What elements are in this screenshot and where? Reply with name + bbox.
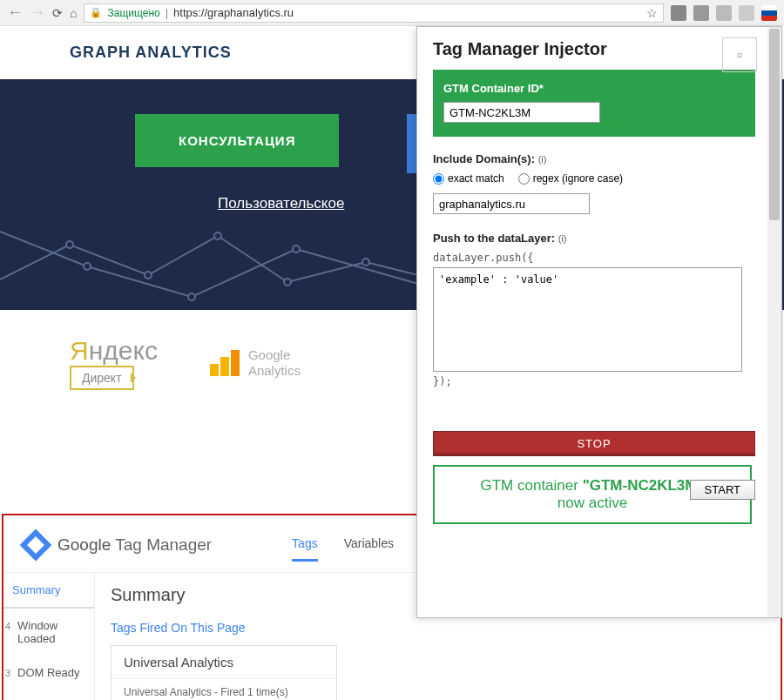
container-id-input[interactable] bbox=[443, 102, 600, 123]
url-separator: | bbox=[166, 6, 168, 19]
radio-regex-input[interactable] bbox=[518, 173, 530, 185]
event-number: 4 bbox=[5, 621, 10, 631]
extension-icon-flag[interactable] bbox=[761, 5, 777, 21]
broken-image-icon: ▫ bbox=[722, 37, 757, 72]
info-icon[interactable]: (i) bbox=[558, 233, 567, 244]
yandex-ya: Я bbox=[70, 336, 89, 365]
tab-variables[interactable]: Variables bbox=[344, 528, 394, 562]
popup-content: Tag Manager Injector ▫ GTM Container ID*… bbox=[417, 27, 781, 536]
yandex-direct-logo: Яндекс Директ bbox=[70, 336, 158, 390]
popup-title: Tag Manager Injector bbox=[433, 39, 755, 59]
bookmark-star-icon[interactable]: ☆ bbox=[646, 6, 658, 20]
event-number: 3 bbox=[5, 668, 10, 678]
gtm-tabs: Tags Variables bbox=[292, 528, 394, 562]
gtm-subheading: Tags Fired On This Page bbox=[111, 621, 765, 635]
url-text: https://graphanalytics.ru bbox=[173, 6, 294, 19]
extension-icon[interactable] bbox=[716, 5, 732, 21]
push-post: }); bbox=[433, 375, 755, 387]
ga-text-top: Google bbox=[248, 347, 301, 363]
stop-button[interactable]: STOP bbox=[433, 431, 755, 456]
ga-text-bottom: Analytics bbox=[248, 363, 301, 379]
datalayer-textarea[interactable] bbox=[433, 267, 742, 372]
yandex-rest: ндекс bbox=[89, 336, 158, 365]
forward-button: → bbox=[30, 3, 45, 22]
radio-exact-match[interactable]: exact match bbox=[433, 172, 504, 185]
svg-point-4 bbox=[362, 259, 369, 266]
gtm-sidebar[interactable]: Summary 4 Window Loaded 3 DOM Ready bbox=[3, 573, 95, 700]
container-id-section: GTM Container ID* bbox=[433, 70, 755, 137]
radio-exact-input[interactable] bbox=[433, 173, 444, 185]
svg-point-2 bbox=[214, 232, 221, 239]
reload-button[interactable]: ⟳ bbox=[52, 6, 63, 20]
address-bar[interactable]: 🔒 Защищено | https://graphanalytics.ru ☆ bbox=[84, 3, 664, 23]
sidebar-item-summary[interactable]: Summary bbox=[3, 573, 94, 609]
radio-regex[interactable]: regex (ignore case) bbox=[518, 172, 623, 185]
lock-icon: 🔒 bbox=[90, 7, 102, 18]
domain-input[interactable] bbox=[433, 193, 590, 214]
consultation-button[interactable]: КОНСУЛЬТАЦИЯ bbox=[135, 114, 339, 167]
home-button[interactable]: ⌂ bbox=[70, 6, 77, 20]
push-datalayer-label: Push to the dataLayer: (i) bbox=[433, 232, 755, 245]
svg-point-3 bbox=[284, 279, 291, 286]
ga-bars-icon bbox=[210, 350, 240, 376]
secure-label: Защищено bbox=[107, 7, 159, 19]
tag-card-body: Universal Analytics - Fired 1 time(s) bbox=[112, 679, 336, 700]
start-button[interactable]: START bbox=[690, 480, 755, 500]
svg-point-1 bbox=[145, 272, 152, 279]
push-pre: dataLayer.push({ bbox=[433, 252, 755, 264]
popup-scrollbar-thumb[interactable] bbox=[769, 29, 780, 220]
yandex-direct-badge: Директ bbox=[70, 366, 134, 390]
sidebar-item-dom-ready[interactable]: DOM Ready bbox=[3, 656, 94, 690]
google-analytics-logo: Google Analytics bbox=[210, 347, 301, 379]
extension-popup: Tag Manager Injector ▫ GTM Container ID*… bbox=[416, 26, 782, 618]
gtm-title: Google Tag Manager bbox=[57, 535, 212, 555]
popup-scrollbar[interactable] bbox=[767, 27, 781, 617]
include-domains-label: Include Domain(s): (i) bbox=[433, 152, 755, 165]
tag-card[interactable]: Universal Analytics Universal Analytics … bbox=[111, 645, 337, 700]
extension-icon[interactable] bbox=[693, 5, 709, 21]
tag-card-title: Universal Analytics bbox=[112, 646, 336, 679]
browser-toolbar: ← → ⟳ ⌂ 🔒 Защищено | https://graphanalyt… bbox=[0, 0, 784, 26]
svg-point-0 bbox=[66, 241, 73, 248]
match-mode-radios: exact match regex (ignore case) bbox=[433, 172, 755, 185]
sidebar-item-window-loaded[interactable]: Window Loaded bbox=[3, 609, 94, 656]
svg-point-6 bbox=[188, 293, 195, 300]
info-icon[interactable]: (i) bbox=[538, 154, 547, 165]
container-id-label: GTM Container ID* bbox=[443, 82, 745, 95]
tab-tags[interactable]: Tags bbox=[292, 528, 318, 562]
gtm-logo-icon bbox=[20, 528, 52, 561]
extension-icon[interactable] bbox=[671, 5, 686, 21]
back-button[interactable]: ← bbox=[7, 3, 23, 22]
svg-point-5 bbox=[84, 263, 91, 270]
extension-icon[interactable] bbox=[739, 5, 754, 21]
svg-point-7 bbox=[293, 246, 300, 252]
